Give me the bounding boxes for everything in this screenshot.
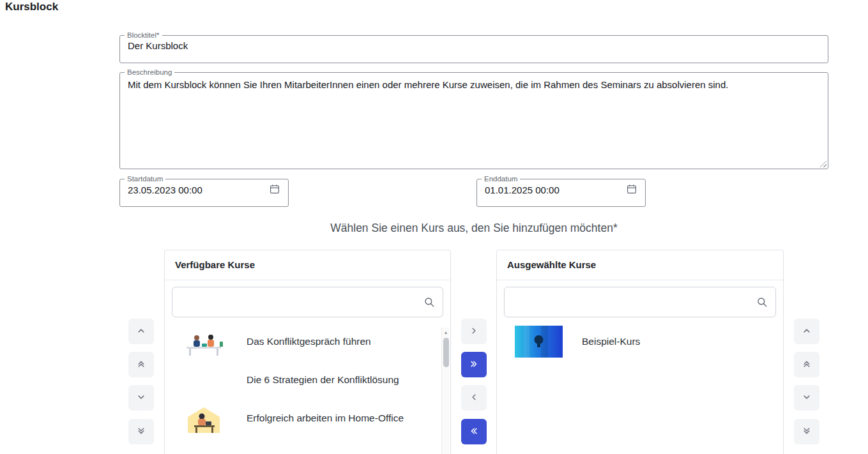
source-move-top-button[interactable] — [128, 352, 154, 377]
double-chevron-right-icon — [469, 359, 478, 370]
available-courses-body: Das Konfliktgespräch führen Die 6 Strate… — [165, 280, 450, 444]
startdatum-input[interactable] — [128, 185, 264, 195]
list-item[interactable]: Das Konfliktgespräch führen — [172, 322, 443, 361]
course-thumbnail — [183, 328, 225, 356]
selected-courses-panel: Ausgewählte Kurse — [496, 250, 784, 454]
chevron-left-icon — [469, 393, 478, 404]
move-to-target-button[interactable] — [461, 319, 487, 344]
list-scrollbar[interactable]: ▴ — [441, 328, 450, 454]
list-item[interactable]: Erfolgreich arbeiten im Home-Office — [172, 399, 443, 437]
selected-courses-header: Ausgewählte Kurse — [497, 250, 783, 280]
course-label: Erfolgreich arbeiten im Home-Office — [247, 412, 404, 424]
course-picker-prompt: Wählen Sie einen Kurs aus, den Sie hinzu… — [119, 222, 828, 235]
available-courses-search — [172, 287, 443, 317]
chevron-up-icon — [137, 326, 146, 337]
list-item[interactable]: Beispiel-Kurs — [504, 322, 776, 361]
enddatum-input[interactable] — [485, 185, 621, 195]
search-icon — [423, 296, 435, 308]
calendar-icon — [269, 183, 280, 197]
available-courses-list: Das Konfliktgespräch führen Die 6 Strate… — [172, 322, 443, 437]
chevron-up-icon — [802, 326, 811, 337]
selected-courses-body: Beispiel-Kurs — [497, 280, 783, 367]
target-move-top-button[interactable] — [794, 352, 819, 377]
selected-courses-list: Beispiel-Kurs — [504, 322, 776, 361]
move-to-source-button[interactable] — [461, 385, 487, 411]
double-chevron-up-icon — [137, 359, 146, 370]
target-move-bottom-button[interactable] — [794, 419, 819, 444]
source-move-up-button[interactable] — [128, 319, 154, 344]
available-courses-title: Verfügbare Kurse — [175, 259, 255, 270]
available-courses-search-input[interactable] — [172, 287, 443, 317]
selected-courses-search-input[interactable] — [504, 287, 776, 317]
startdatum-field: Startdatum — [119, 175, 289, 207]
chevron-right-icon — [469, 326, 478, 337]
course-thumbnail — [183, 404, 225, 433]
move-all-to-target-button[interactable] — [461, 352, 487, 377]
list-item[interactable]: Die 6 Strategien der Konfliktlösung — [172, 361, 443, 399]
source-move-down-button[interactable] — [128, 385, 154, 411]
calendar-icon — [626, 183, 637, 197]
scrollbar-thumb[interactable] — [443, 338, 449, 367]
scrollbar-up-button[interactable]: ▴ — [442, 328, 450, 337]
search-icon — [756, 296, 768, 308]
available-courses-header: Verfügbare Kurse — [165, 250, 450, 280]
kursblock-page: Kursblock Blocktitel* Beschreibung Mit d… — [0, 0, 868, 454]
move-all-to-source-button[interactable] — [461, 419, 487, 444]
enddatum-calendar-button[interactable] — [621, 183, 637, 197]
page-title: Kursblock — [5, 1, 58, 13]
target-move-up-button[interactable] — [794, 319, 819, 344]
course-label: Beispiel-Kurs — [582, 336, 640, 347]
beschreibung-label: Beschreibung — [125, 68, 174, 77]
chevron-down-icon — [137, 393, 146, 404]
double-chevron-left-icon — [469, 427, 478, 437]
beschreibung-field: Beschreibung Mit dem Kursblock können Si… — [119, 68, 828, 169]
enddatum-field: Enddatum — [476, 175, 646, 207]
target-move-down-button[interactable] — [794, 385, 819, 411]
startdatum-label: Startdatum — [125, 175, 165, 183]
available-courses-panel: Verfügbare Kurse — [164, 250, 451, 454]
selected-courses-title: Ausgewählte Kurse — [507, 259, 596, 270]
selected-courses-search — [504, 287, 776, 317]
blocktitel-input[interactable] — [120, 40, 828, 55]
course-label: Die 6 Strategien der Konfliktlösung — [247, 374, 399, 386]
double-chevron-down-icon — [137, 427, 146, 437]
course-thumbnail — [515, 326, 563, 358]
beschreibung-textarea[interactable]: Mit dem Kursblock können Sie Ihren Mitar… — [120, 77, 818, 153]
resize-grip-icon[interactable] — [819, 160, 826, 167]
blocktitel-label: Blocktitel* — [125, 31, 162, 40]
enddatum-label: Enddatum — [482, 175, 520, 183]
double-chevron-up-icon — [802, 359, 811, 370]
course-label: Das Konfliktgespräch führen — [247, 336, 371, 347]
startdatum-calendar-button[interactable] — [264, 183, 280, 197]
double-chevron-down-icon — [802, 427, 811, 437]
blocktitel-field: Blocktitel* — [119, 31, 828, 63]
chevron-down-icon — [802, 393, 811, 404]
source-move-bottom-button[interactable] — [128, 419, 154, 444]
